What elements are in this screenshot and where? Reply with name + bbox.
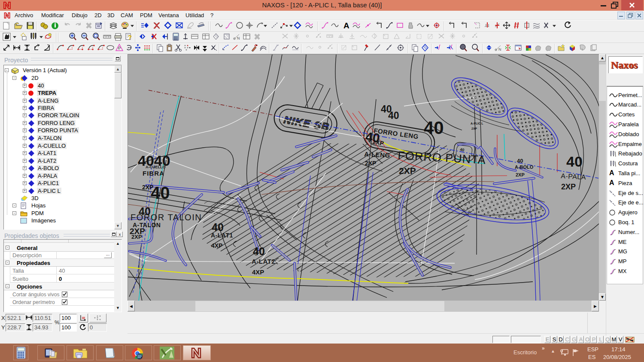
- svg-text:N: N: [237, 36, 240, 40]
- svg-text:N: N: [498, 47, 501, 52]
- svg-text:A: A: [343, 21, 349, 30]
- svg-text:?: ?: [128, 33, 132, 41]
